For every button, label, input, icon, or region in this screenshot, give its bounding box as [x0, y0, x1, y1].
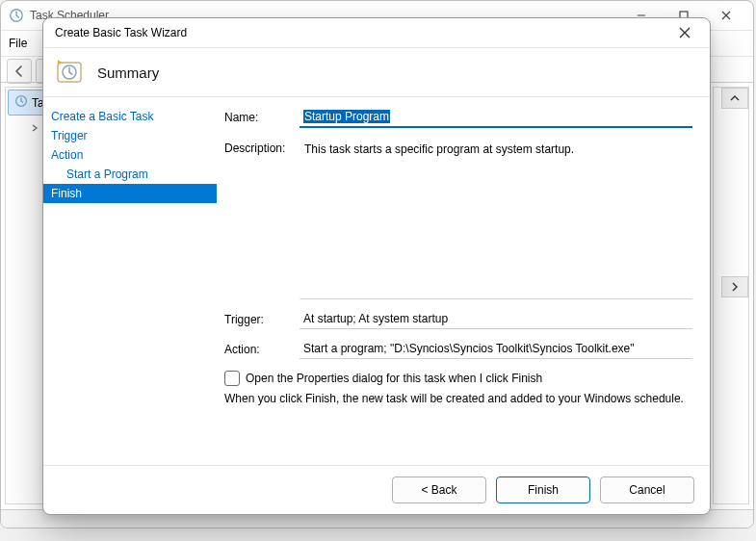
trigger-value: At startup; At system startup: [300, 309, 692, 329]
menu-file[interactable]: File: [9, 37, 27, 50]
open-properties-checkbox[interactable]: [224, 371, 240, 386]
chevron-right-icon: [31, 121, 39, 135]
wizard-icon: [55, 58, 84, 87]
open-properties-label: Open the Properties dialog for this task…: [246, 372, 542, 385]
step-start-program[interactable]: Start a Program: [43, 165, 217, 184]
description-input[interactable]: This task starts a specific program at s…: [300, 138, 692, 299]
label-trigger: Trigger:: [224, 309, 300, 326]
app-icon: [9, 8, 24, 23]
name-input[interactable]: Startup Program: [300, 107, 692, 128]
step-create-basic-task[interactable]: Create a Basic Task: [43, 107, 217, 126]
step-finish[interactable]: Finish: [43, 184, 217, 203]
wizard-steps: Create a Basic Task Trigger Action Start…: [43, 97, 217, 466]
wizard-heading: Summary: [97, 64, 159, 81]
wizard-title: Create Basic Task Wizard: [55, 26, 187, 39]
wizard-dialog: Create Basic Task Wizard Summary Create …: [42, 17, 711, 515]
step-trigger[interactable]: Trigger: [43, 126, 217, 145]
nav-back-button[interactable]: [7, 59, 32, 84]
step-action[interactable]: Action: [43, 145, 217, 165]
clock-icon: [14, 94, 28, 111]
close-button[interactable]: [705, 2, 747, 29]
scroll-up-button[interactable]: [721, 88, 748, 109]
wizard-titlebar: Create Basic Task Wizard: [43, 18, 710, 48]
cancel-button[interactable]: Cancel: [600, 477, 694, 503]
wizard-footer: < Back Finish Cancel: [43, 465, 710, 514]
wizard-form: Name: Startup Program Description: This …: [217, 97, 710, 466]
finish-button[interactable]: Finish: [496, 477, 590, 503]
label-description: Description:: [224, 138, 300, 155]
back-button[interactable]: < Back: [392, 477, 486, 503]
label-action: Action:: [224, 339, 300, 356]
scroll-right-button[interactable]: [721, 276, 748, 297]
actions-pane: [713, 87, 749, 504]
wizard-close-button[interactable]: [667, 20, 702, 45]
label-name: Name:: [224, 107, 300, 124]
finish-note: When you click Finish, the new task will…: [224, 392, 692, 405]
action-value: Start a program; "D:\Syncios\Syncios Too…: [300, 339, 692, 359]
wizard-header: Summary: [43, 48, 710, 97]
